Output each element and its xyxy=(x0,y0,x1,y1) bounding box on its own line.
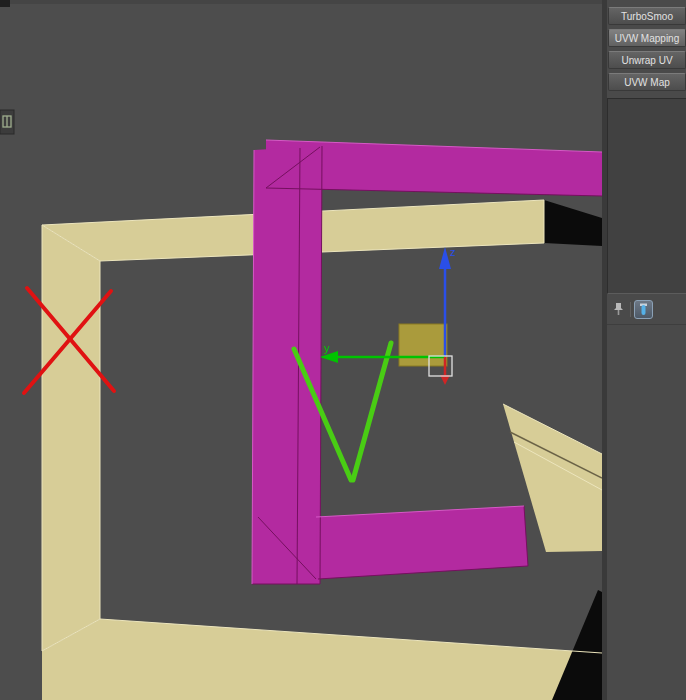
modifier-button-uvw-mapping[interactable]: UVW Mapping xyxy=(608,29,686,47)
panel-empty-area xyxy=(607,325,686,700)
viewport-corner-mark xyxy=(0,0,10,7)
max-application-window: z y TurboSmoo UVW Mapping Unwrap UV UVW … xyxy=(0,0,686,700)
magenta-frame-vertical-bar[interactable] xyxy=(252,146,322,584)
gizmo-y-label: y xyxy=(324,342,330,354)
modifier-stack-toolbar xyxy=(607,294,686,325)
gizmo-z-label: z xyxy=(450,246,456,258)
viewport-top-edge xyxy=(0,0,602,4)
command-panel: TurboSmoo UVW Mapping Unwrap UV UVW Map xyxy=(602,0,686,700)
pin-stack-icon[interactable] xyxy=(611,301,627,317)
tan-frame-left-bar[interactable] xyxy=(42,225,100,651)
modifier-stack-list[interactable] xyxy=(607,98,686,294)
show-end-result-button[interactable] xyxy=(634,300,653,319)
gizmo-plane-handle[interactable] xyxy=(399,324,447,366)
modifier-button-unwrap-uvw[interactable]: Unwrap UV xyxy=(608,51,686,69)
modifier-button-uvw-map[interactable]: UVW Map xyxy=(608,73,686,91)
viewport-layout-tab-icon[interactable] xyxy=(0,110,14,134)
toolbar-separator xyxy=(630,302,631,317)
modifier-button-turbosmooth[interactable]: TurboSmoo xyxy=(608,7,686,25)
modifier-set-buttons: TurboSmoo UVW Mapping Unwrap UV UVW Map xyxy=(607,7,686,95)
show-end-result-icon xyxy=(636,302,651,317)
viewport-3d[interactable]: z y xyxy=(0,0,602,700)
